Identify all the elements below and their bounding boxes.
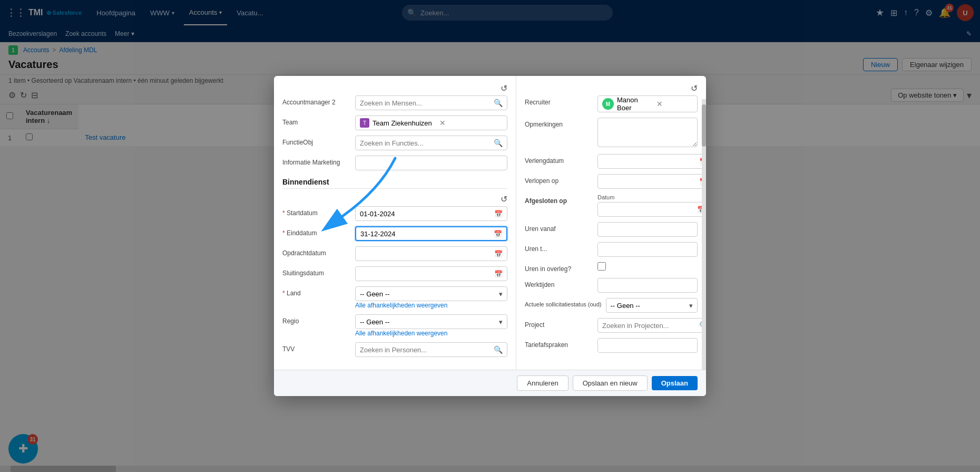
- team-badge: T Team Ziekenhuizen ✕: [355, 115, 507, 130]
- search-icon[interactable]: 🔍: [489, 139, 507, 147]
- label-team: Team: [282, 115, 351, 126]
- undo-button-right[interactable]: ↺: [691, 83, 698, 93]
- modal-body: ↺ Accountmanager 2 🔍 Team: [274, 76, 706, 147]
- lookup-functieobj[interactable]: 🔍: [355, 136, 507, 147]
- recruiter-avatar: M: [602, 98, 614, 110]
- scroll-thumb: [702, 104, 706, 147]
- field-accountmanager2-input: 🔍: [355, 95, 507, 110]
- label-functieobj: FunctieObj: [282, 136, 351, 146]
- edit-modal: × ↺ Accountmanager 2 🔍: [274, 76, 706, 147]
- recruiter-badge: M Manon Boer ✕: [597, 95, 698, 112]
- field-recruiter: Recruiter M Manon Boer ✕: [525, 95, 698, 112]
- recruiter-name: Manon Boer: [617, 96, 653, 112]
- recruiter-remove-button[interactable]: ✕: [656, 100, 693, 108]
- modal-left-panel: ↺ Accountmanager 2 🔍 Team: [274, 76, 516, 147]
- opmerkingen-textarea[interactable]: [597, 118, 698, 147]
- team-remove-button[interactable]: ✕: [439, 119, 503, 127]
- field-functieobj: FunctieObj 🔍: [282, 136, 507, 147]
- functieobj-input[interactable]: [356, 139, 489, 147]
- label-recruiter: Recruiter: [525, 95, 593, 106]
- undo-row-right: ↺: [525, 83, 698, 93]
- field-accountmanager2: Accountmanager 2 🔍: [282, 95, 507, 110]
- label-opmerkingen: Opmerkingen: [525, 118, 593, 128]
- team-name: Team Ziekenhuizen: [373, 119, 436, 127]
- field-opmerkingen-input: [597, 118, 698, 147]
- undo-row: ↺: [282, 83, 507, 93]
- undo-button[interactable]: ↺: [501, 83, 507, 93]
- field-recruiter-input: M Manon Boer ✕: [597, 95, 698, 112]
- team-icon: T: [360, 118, 369, 128]
- search-icon[interactable]: 🔍: [489, 99, 507, 107]
- field-team-input: T Team Ziekenhuizen ✕: [355, 115, 507, 130]
- field-team: Team T Team Ziekenhuizen ✕: [282, 115, 507, 130]
- accountmanager2-input[interactable]: [356, 99, 489, 107]
- modal-right-panel: ↺ Recruiter M Manon Boer ✕ Opmerki: [516, 76, 706, 147]
- modal-overlay: × ↺ Accountmanager 2 🔍: [0, 0, 980, 147]
- scroll-indicator: [702, 99, 706, 147]
- lookup-accountmanager2[interactable]: 🔍: [355, 95, 507, 110]
- field-opmerkingen: Opmerkingen: [525, 118, 698, 147]
- field-functieobj-input: 🔍: [355, 136, 507, 147]
- label-accountmanager2: Accountmanager 2: [282, 95, 351, 106]
